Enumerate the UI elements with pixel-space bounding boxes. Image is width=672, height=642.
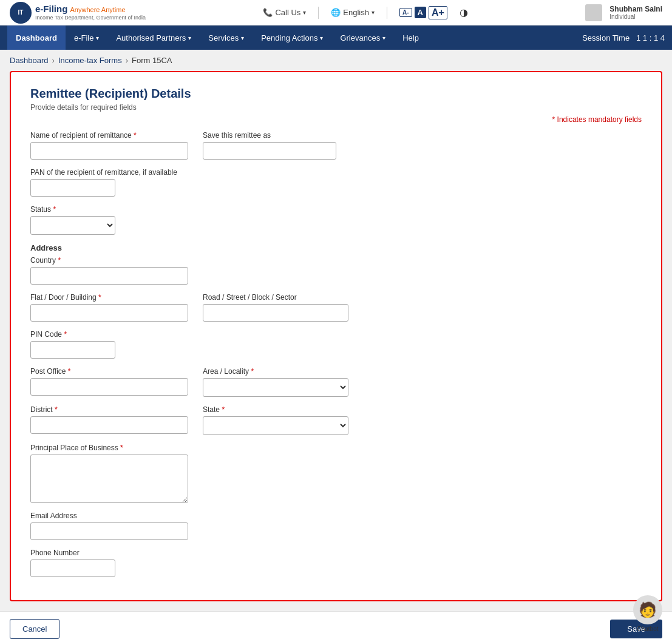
row-email: Email Address: [30, 512, 642, 540]
cancel-button[interactable]: Cancel: [10, 619, 59, 639]
nav-efile[interactable]: e-File ▾: [66, 25, 108, 50]
logo-subtitle: Income Tax Department, Government of Ind…: [35, 15, 146, 21]
nav-dashboard[interactable]: Dashboard: [7, 25, 66, 50]
nav-bar: Dashboard e-File ▾ Authorised Partners ▾…: [0, 25, 672, 50]
logo-brand: e-Filing Anywhere Anytime: [35, 4, 146, 15]
breadcrumb-income-tax-forms[interactable]: Income-tax Forms: [58, 56, 122, 65]
font-controls: A- A A+: [399, 6, 447, 19]
name-recipient-input[interactable]: [30, 142, 188, 160]
country-input[interactable]: [30, 267, 188, 285]
nav-services[interactable]: Services ▾: [200, 25, 253, 50]
language-selector[interactable]: 🌐 English ▾: [331, 8, 375, 17]
pin-code-input[interactable]: [30, 341, 115, 359]
main-content: Remittee (Recipient) Details Provide det…: [0, 71, 672, 611]
form-card: Remittee (Recipient) Details Provide det…: [10, 71, 662, 601]
post-office-input[interactable]: [30, 378, 188, 396]
user-avatar: [585, 4, 602, 21]
font-small-button[interactable]: A-: [399, 8, 412, 17]
nav-authorised-partners-arrow: ▾: [188, 35, 191, 41]
pin-code-required-marker: *: [64, 330, 67, 339]
row-status: Status * Individual Company Firm Others: [30, 205, 642, 235]
road-street-input[interactable]: [203, 304, 348, 322]
phone-icon: 📞: [263, 8, 273, 17]
email-group: Email Address: [30, 512, 188, 540]
language-label: English: [343, 8, 369, 17]
area-locality-required-marker: *: [251, 367, 254, 376]
name-recipient-label: Name of recipient of remittance *: [30, 131, 188, 140]
post-office-label: Post Office *: [30, 367, 188, 376]
row-district-state: District * State *: [30, 405, 642, 435]
footer-bar: Cancel Save: [0, 611, 672, 642]
divider-2: [387, 7, 387, 19]
font-medium-button[interactable]: A: [415, 7, 426, 18]
save-remittee-input[interactable]: [203, 142, 336, 160]
area-locality-group: Area / Locality *: [203, 367, 348, 397]
state-group: State *: [203, 405, 348, 435]
save-remittee-label: Save this remittee as: [203, 131, 348, 140]
status-group: Status * Individual Company Firm Others: [30, 205, 115, 235]
state-select[interactable]: [203, 416, 348, 435]
call-us-arrow: ▾: [303, 9, 306, 16]
top-bar-right: Shubham Saini Individual: [585, 4, 662, 21]
logo-icon: IT: [10, 2, 32, 24]
font-large-button[interactable]: A+: [429, 6, 447, 19]
district-label: District *: [30, 405, 188, 414]
row-principal-place: Principal Place of Business *: [30, 444, 642, 503]
globe-icon: 🌐: [331, 8, 341, 17]
logo-tagline: Anywhere Anytime: [70, 6, 126, 13]
pan-label: PAN of the recipient of remittance, if a…: [30, 168, 177, 177]
district-input[interactable]: [30, 416, 188, 434]
logo-area: IT e-Filing Anywhere Anytime Income Tax …: [10, 2, 146, 24]
status-label: Status *: [30, 205, 115, 214]
phone-label: Phone Number: [30, 549, 115, 557]
phone-input[interactable]: [30, 559, 115, 577]
user-role: Individual: [609, 13, 662, 20]
area-locality-select[interactable]: [203, 378, 348, 397]
principal-place-required-marker: *: [120, 444, 123, 452]
breadcrumb-dashboard[interactable]: Dashboard: [10, 56, 49, 65]
top-bar-center: 📞 Call Us ▾ 🌐 English ▾ A- A A+ ◑: [263, 6, 467, 19]
address-section: Address Country * Flat / Door / Building…: [30, 243, 642, 435]
name-recipient-group: Name of recipient of remittance *: [30, 131, 188, 160]
call-us-button[interactable]: 📞 Call Us ▾: [263, 8, 306, 17]
flat-door-label: Flat / Door / Building *: [30, 293, 188, 302]
chatbot-button[interactable]: 🧑 Chatbot: [633, 595, 662, 632]
row-flat-road: Flat / Door / Building * Road / Street /…: [30, 293, 642, 322]
country-required-marker: *: [58, 256, 61, 265]
row-post-area: Post Office * Area / Locality *: [30, 367, 642, 397]
row-country: Country *: [30, 256, 642, 285]
nav-grievances[interactable]: Grievances ▾: [331, 25, 394, 50]
status-select[interactable]: Individual Company Firm Others: [30, 216, 115, 235]
district-group: District *: [30, 405, 188, 435]
nav-efile-arrow: ▾: [96, 35, 99, 41]
nav-authorised-partners[interactable]: Authorised Partners ▾: [107, 25, 200, 50]
nav-grievances-label: Grievances: [340, 33, 380, 42]
nav-pending-actions-arrow: ▾: [320, 35, 323, 41]
contrast-button[interactable]: ◑: [460, 7, 468, 18]
country-label: Country *: [30, 256, 188, 265]
language-arrow: ▾: [372, 9, 375, 16]
breadcrumb-sep-1: ›: [52, 56, 55, 65]
divider-1: [318, 7, 319, 19]
session-label: Session Time: [582, 33, 630, 42]
nav-pending-actions[interactable]: Pending Actions ▾: [253, 25, 331, 50]
phone-group: Phone Number: [30, 549, 115, 577]
email-input[interactable]: [30, 522, 188, 540]
pan-input[interactable]: [30, 179, 115, 197]
mandatory-note: * Indicates mandatory fields: [30, 115, 642, 124]
nav-grievances-arrow: ▾: [382, 35, 385, 41]
user-name: Shubham Saini: [609, 5, 662, 13]
address-label: Address: [30, 243, 642, 252]
principal-place-textarea[interactable]: [30, 454, 188, 503]
nav-help[interactable]: Help: [394, 25, 427, 50]
state-label: State *: [203, 405, 348, 414]
nav-pending-actions-label: Pending Actions: [261, 33, 317, 42]
call-us-label: Call Us: [275, 8, 300, 17]
save-remittee-group: Save this remittee as: [203, 131, 348, 160]
district-required-marker: *: [55, 405, 58, 414]
form-title: Remittee (Recipient) Details: [30, 87, 642, 101]
flat-door-input[interactable]: [30, 304, 188, 322]
chatbot-label: Chatbot: [637, 626, 658, 632]
nav-efile-label: e-File: [74, 33, 94, 42]
form-subtitle: Provide details for required fields: [30, 103, 642, 112]
